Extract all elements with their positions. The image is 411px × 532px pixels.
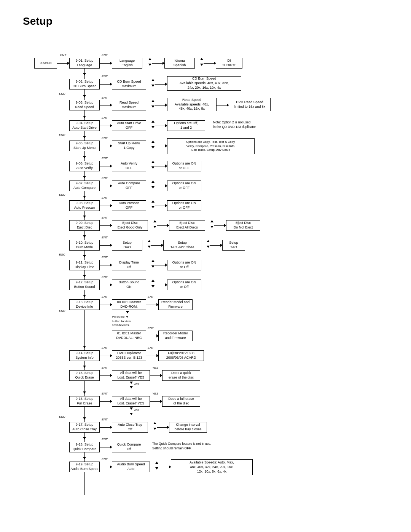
box-startup-info: Options are Copy, Test, Test & Copy, Ver…: [167, 138, 255, 154]
arr-911-912: [83, 275, 86, 277]
arr-914-915: [83, 366, 86, 368]
arr-917-918: [83, 437, 86, 439]
arr-913-914: [83, 346, 86, 348]
line-901-lang: [100, 63, 111, 64]
line-904-auto: [100, 126, 111, 126]
line-ide1-rec: [146, 336, 158, 336]
arr-915-916: [83, 391, 86, 394]
arr-907-908: [83, 196, 86, 198]
label-ent-907: ENT: [102, 176, 108, 180]
line-act-info: [157, 427, 168, 428]
line-btn-info: [155, 285, 166, 285]
line-lang-idioma: [152, 63, 164, 64]
box-full-erase-does: Does a full erase of the disc: [162, 396, 200, 407]
label-ent-906: ENT: [102, 157, 108, 160]
line-902-cdburn: [100, 84, 111, 85]
box-cd-burn-info: CD Burn Speed Available speeds: 48x, 40x…: [167, 76, 241, 91]
line-908-prescan: [100, 206, 111, 206]
label-ent-915: ENT: [102, 366, 108, 369]
line-918-qcomp: [100, 447, 111, 447]
box-901: 9-01. Setup Language: [69, 58, 100, 69]
label-ent-912: ENT: [102, 275, 108, 279]
arr-902-903: [83, 95, 86, 97]
box-audio-burn-info: Available Speeds: Auto, Max, 48x, 40x, 3…: [171, 459, 253, 475]
label-esc-5: ESC: [59, 309, 65, 313]
arr-lang-up: [148, 58, 151, 60]
line-disp-info: [155, 265, 166, 265]
arr-909-910: [83, 235, 86, 238]
box-auto-verify-off: Auto Verify OFF: [112, 161, 146, 171]
arr-startup-up: [151, 141, 155, 143]
box-startup-1copy: Start Up Menu 1.Copy: [112, 141, 146, 151]
box-cd-burn-max: CD Burn Speed Maximum: [112, 79, 146, 89]
label-esc-4: ESC: [59, 253, 65, 256]
line-setup-901: [57, 63, 68, 64]
box-press-down: Press the ▼ button to view next devices.: [112, 315, 146, 328]
arr-eject-all-down: [210, 226, 213, 228]
arr-idioma-down: [200, 64, 203, 66]
arr-qerase-no: [130, 382, 133, 384]
line-913-ide0: [100, 305, 111, 305]
line-read-dvd: [217, 105, 228, 105]
box-quick-erase-does: Does a quick erase of the disc: [162, 370, 200, 381]
box-do-not-eject: Eject Disc Do Not Eject: [226, 220, 260, 231]
line-tao-tao2: [210, 245, 221, 246]
label-ent-911: ENT: [102, 256, 108, 259]
box-read-speed-max: Read Speed Maximum: [112, 100, 146, 110]
arr-ferase-no: [130, 407, 133, 410]
arr-verify-down: [151, 166, 155, 169]
arr-918-919: [83, 457, 86, 459]
arr-idioma-up: [200, 58, 203, 60]
arr-dao-up: [148, 240, 151, 242]
box-display-time-off: Display Time Off: [112, 260, 146, 270]
box-reader-model: Reader Model and Firmware: [158, 299, 193, 310]
box-auto-compare-off: Auto Compare OFF: [112, 181, 146, 191]
box-912: 9-12. Setup Button Sound: [69, 280, 100, 290]
line-cdburn-info: [155, 84, 166, 85]
box-9setup: 9.Setup: [34, 58, 57, 69]
line-906-verify: [100, 166, 111, 166]
box-917: 9-17. Setup Auto Close Tray: [69, 422, 100, 433]
box-button-sound-info: Options are ON or Off: [167, 280, 201, 290]
arr-btn-down: [151, 285, 155, 288]
arr-912-913: [83, 295, 86, 297]
arr-cdburn-down: [151, 85, 155, 87]
arr-905-906: [83, 156, 86, 158]
arr-prescan-down: [151, 206, 155, 208]
line-ferase-does: [150, 401, 161, 402]
arr-audio-up: [155, 462, 158, 464]
box-906: 9-06. Setup Auto Verify: [69, 161, 100, 171]
arr-eject-down: [153, 226, 156, 228]
line-eject-all: [157, 225, 168, 226]
line-verify-info: [155, 166, 166, 166]
arr-tao-down: [207, 246, 210, 248]
box-dvd-dup: DVD Duplicator 2033S ver: B.123: [112, 350, 146, 361]
line-audio-info: [159, 467, 170, 467]
arr-908-909: [83, 216, 86, 218]
box-910: 9-10. Setup Burn Mode: [69, 240, 100, 251]
box-tao: Setup TAO: [222, 240, 245, 251]
box-907: 9-07. Setup Auto Compare: [69, 181, 100, 191]
label-ent-909: ENT: [102, 216, 108, 219]
label-esc-2: ESC: [59, 133, 65, 137]
arr-916-917: [83, 417, 86, 420]
note-auto-start2: in the QD-DVD 123 duplicator: [213, 125, 256, 129]
box-tao-not-close: Setup TAO -Not Close: [163, 240, 201, 251]
label-ent-ide1: ENT: [148, 326, 154, 330]
box-eject-all: Eject Disc Eject All Discs: [169, 220, 205, 231]
box-919: 9-19. Setup Audio Burn Speed: [69, 462, 100, 472]
box-auto-start-off: Auto Start Drive OFF: [112, 120, 146, 131]
line-915-qerase: [100, 375, 111, 376]
line-compare-info: [155, 186, 166, 186]
arr-disp-down: [151, 265, 155, 268]
arr-read-up: [151, 100, 155, 102]
arr-eject-up: [153, 220, 156, 222]
box-button-sound-on: Button Sound ON: [112, 280, 146, 290]
label-ent-ide0: ENT: [148, 295, 154, 299]
arr-910-911: [83, 255, 86, 257]
line-dvddup-fujitsu: [146, 356, 158, 356]
arr-auto-start-down: [151, 126, 155, 128]
box-read-speed-info: Read Speed Available speeds: 48x, 48x, 4…: [167, 98, 217, 111]
label-ent-905: ENT: [102, 136, 108, 140]
box-audio-burn-auto: Audio Burn Speed Auto: [112, 462, 150, 472]
